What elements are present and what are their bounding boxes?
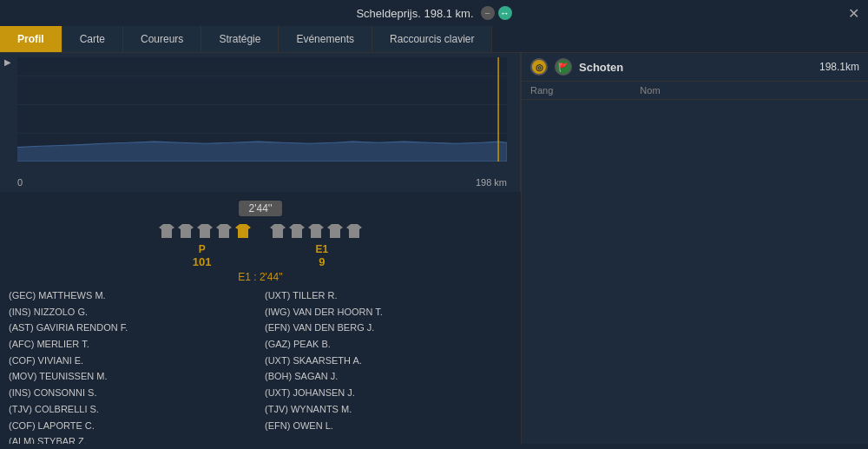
- window-title: Scheldeprijs. 198.1 km.: [356, 7, 473, 20]
- title-bar: Scheldeprijs. 198.1 km. − ↔ ✕: [0, 0, 868, 26]
- riders-col-right: (UXT) TILLER R.(IWG) VAN DER HOORN T.(EF…: [265, 287, 512, 444]
- group-e1-number: 9: [316, 255, 329, 268]
- tab-profil[interactable]: Profil: [0, 26, 62, 52]
- tab-raccourcis[interactable]: Raccourcis clavier: [372, 26, 492, 52]
- rider-row: (ALM) STYBAR Z.: [9, 433, 256, 444]
- play-button[interactable]: ▶: [4, 57, 11, 67]
- gap-banner: 2'44'': [9, 201, 512, 216]
- rider-row: (UXT) SKAARSETH A.: [265, 353, 512, 369]
- group-p-letter: P: [193, 243, 212, 255]
- rider-row: (TJV) COLBRELLI S.: [9, 401, 256, 418]
- tab-carte[interactable]: Carte: [62, 26, 123, 52]
- close-button[interactable]: ✕: [848, 5, 859, 22]
- column-nom: Nom: [640, 85, 859, 96]
- rider-row: (EFN) OWEN L.: [265, 418, 512, 434]
- jersey-grey-1: [159, 221, 174, 240]
- e1-gap-label: E1 : 2'44'': [9, 271, 512, 283]
- rider-row: (MOV) TEUNISSEN M.: [9, 368, 256, 385]
- jersey-grey-4: [216, 221, 232, 240]
- location-name: Schoten: [579, 61, 812, 74]
- jersey-grey-5: [270, 221, 286, 240]
- location-pin-icon: ◎: [530, 58, 548, 76]
- location-header: ◎ 🚩 Schoten 198.1km: [522, 53, 868, 82]
- rider-row: (EFN) VAN DEN BERG J.: [265, 320, 512, 336]
- chart-km-start: 0: [17, 177, 23, 188]
- group-p: P 101: [193, 243, 212, 268]
- rider-row: (UXT) TILLER R.: [265, 287, 512, 304]
- rider-row: (IWG) VAN DER HOORN T.: [265, 304, 512, 320]
- rider-row: (COF) VIVIANI E.: [9, 353, 256, 369]
- rider-row: (UXT) JOHANSEN J.: [265, 385, 512, 401]
- riders-list: (GEC) MATTHEWS M.(INS) NIZZOLO G.(AST) G…: [9, 287, 512, 444]
- riders-col-left: (GEC) MATTHEWS M.(INS) NIZZOLO G.(AST) G…: [9, 287, 256, 444]
- rider-row: (AST) GAVIRIA RENDON F.: [9, 320, 256, 336]
- elevation-svg: [17, 57, 507, 162]
- group-e1-letter: E1: [316, 243, 329, 255]
- location-km: 198.1km: [819, 61, 859, 73]
- jersey-grey-9: [346, 221, 362, 240]
- rider-row: (GAZ) PEAK B.: [265, 336, 512, 353]
- jersey-grey-3: [197, 221, 213, 240]
- jersey-row: [9, 221, 512, 240]
- chart-km-end: 198 km: [476, 177, 507, 188]
- rider-row: (BOH) SAGAN J.: [265, 368, 512, 385]
- rider-row: (INS) NIZZOLO G.: [9, 304, 256, 320]
- minimize-icon[interactable]: −: [481, 6, 495, 20]
- jersey-grey-7: [308, 221, 324, 240]
- gap-label: 2'44'': [239, 201, 283, 216]
- tab-evenements[interactable]: Evénements: [279, 26, 372, 52]
- jersey-orange: [235, 221, 251, 240]
- right-panel: ◎ 🚩 Schoten 198.1km Rang Nom: [521, 53, 868, 444]
- jersey-grey-6: [289, 221, 305, 240]
- rider-row: (COF) LAPORTE C.: [9, 418, 256, 434]
- rider-row: (INS) CONSONNI S.: [9, 385, 256, 401]
- jersey-grey-8: [327, 221, 343, 240]
- tab-coureurs[interactable]: Coureurs: [123, 26, 201, 52]
- group-e1: E1 9: [316, 243, 329, 268]
- group-labels: P 101 E1 9: [9, 243, 512, 268]
- table-headers: Rang Nom: [522, 82, 868, 100]
- jersey-grey-2: [178, 221, 194, 240]
- riders-section: 2'44'' P: [0, 192, 521, 444]
- tabs-bar: Profil Carte Coureurs Stratégie Evénemen…: [0, 26, 868, 53]
- rider-row: (TJV) WYNANTS M.: [265, 401, 512, 418]
- group-p-number: 101: [193, 255, 212, 268]
- elevation-chart: ▶ 0 198 km: [0, 53, 521, 192]
- tab-strategie[interactable]: Stratégie: [201, 26, 279, 52]
- rider-row: (AFC) MERLIER T.: [9, 336, 256, 353]
- location-flag-icon: 🚩: [555, 58, 572, 76]
- maximize-icon[interactable]: ↔: [498, 6, 512, 20]
- left-panel: ▶ 0 198 km 2'44'': [0, 53, 521, 444]
- main-content: ▶ 0 198 km 2'44'': [0, 53, 868, 444]
- title-icons: − ↔: [481, 6, 512, 20]
- rider-row: (GEC) MATTHEWS M.: [9, 287, 256, 304]
- column-rang: Rang: [530, 85, 640, 96]
